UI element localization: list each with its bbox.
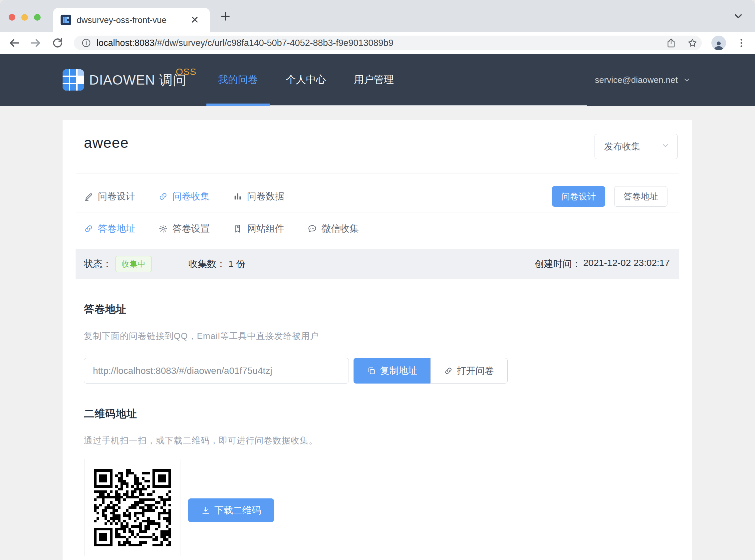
nav-item-user-management[interactable]: 用户管理 [342,54,406,105]
forward-button[interactable] [28,35,43,51]
survey-title: aweee [84,135,129,151]
nav-item-personal-center[interactable]: 个人中心 [274,54,338,105]
count-value: 1 份 [228,258,245,271]
chevron-down-icon [682,76,691,84]
link-icon [84,224,93,233]
publish-select[interactable]: 发布收集 [595,134,678,159]
divider [76,212,679,213]
page-info-icon[interactable] [81,38,91,49]
subtab-answer-settings[interactable]: 答卷设置 [159,222,210,235]
collect-subtabs: 答卷地址 答卷设置 网站组件 微信收集 [84,215,359,242]
chat-bubble-icon [308,224,317,233]
new-tab-button[interactable] [219,10,232,24]
address-bar[interactable]: localhost:8083/#/dw/survey/c/url/c98fa14… [74,36,702,50]
link-button-group: 复制地址 打开问卷 [353,358,508,383]
design-button[interactable]: 问卷设计 [552,186,605,207]
survey-link-input[interactable] [84,358,349,383]
tag-icon [233,224,242,233]
share-icon[interactable] [666,38,676,49]
gear-icon [159,224,168,233]
url-path: /#/dw/survey/c/url/c98fa140-50b7-4052-88… [155,38,393,48]
subtab-site-widget[interactable]: 网站组件 [233,222,284,235]
brand-name: DIAOWEN 调问 [89,54,186,106]
account-menu[interactable]: service@diaowen.net [595,54,691,106]
status-bar: 状态： 收集中 收集数： 1 份 创建时间： 2021-12-02 23:02:… [76,249,679,279]
tab-title: dwsurvey-oss-front-vue [77,8,166,32]
count-label: 收集数： [188,258,226,271]
browser-tab-strip: dwsurvey-oss-front-vue [0,0,755,32]
qr-code-image [94,469,171,546]
nav-item-my-surveys[interactable]: 我的问卷 [206,54,270,105]
subtab-answer-url[interactable]: 答卷地址 [84,222,135,235]
url-host: localhost:8083 [97,38,155,48]
chevron-down-icon [661,141,670,153]
pencil-icon [84,192,93,201]
answer-url-heading: 答卷地址 [84,302,126,316]
qrcode-heading: 二维码地址 [84,407,137,421]
qr-code [84,459,180,556]
profile-avatar[interactable] [711,36,726,50]
reload-button[interactable] [50,35,65,51]
close-window-button[interactable] [9,14,15,21]
answer-url-button[interactable]: 答卷地址 [614,186,668,207]
url-text: localhost:8083/#/dw/survey/c/url/c98fa14… [97,36,393,50]
browser-window: dwsurvey-oss-front-vue localhost: [0,0,755,560]
answer-url-description: 复制下面的问卷链接到QQ，Email等工具中直接发给被用户 [84,330,319,342]
copy-link-button[interactable]: 复制地址 [353,358,430,383]
created-value: 2021-12-02 23:02:17 [583,258,670,271]
minimize-window-button[interactable] [21,14,28,21]
bar-chart-icon [233,192,242,201]
app-header: DIAOWEN 调问 OSS 我的问卷 个人中心 用户管理 service@di… [0,54,755,106]
status-label: 状态： [84,258,112,271]
bookmark-star-icon[interactable] [687,38,698,49]
created-label: 创建时间： [535,258,581,271]
divider [76,173,679,174]
qrcode-description: 通过手机扫一扫，或下载二维码，即可进行问卷数据收集。 [84,435,318,446]
browser-tab[interactable]: dwsurvey-oss-front-vue [53,8,210,32]
maximize-window-button[interactable] [34,14,41,21]
brand-edition: OSS [176,66,197,77]
survey-card: aweee 发布收集 问卷设计 问卷收集 问卷数据 问卷设计 [63,120,692,560]
browser-toolbar: localhost:8083/#/dw/survey/c/url/c98fa14… [0,32,755,54]
browser-menu-icon[interactable] [734,35,749,51]
back-button[interactable] [7,35,22,51]
site-favicon-icon [61,15,71,25]
copy-icon [367,366,376,376]
subtab-wechat-collect[interactable]: 微信收集 [308,222,359,235]
download-qr-button[interactable]: 下载二维码 [188,498,274,522]
status-badge: 收集中 [115,256,152,272]
download-icon [201,506,210,515]
main-nav: 我的问卷 个人中心 用户管理 [206,54,587,106]
tab-survey-data[interactable]: 问卷数据 [233,190,284,203]
tab-survey-design[interactable]: 问卷设计 [84,190,135,203]
tab-strip-chevron-icon[interactable] [732,9,745,24]
brand-logo-icon [63,69,84,91]
survey-tabs: 问卷设计 问卷收集 问卷数据 [84,183,284,210]
account-email: service@diaowen.net [595,75,678,85]
tab-survey-collect[interactable]: 问卷收集 [159,190,210,203]
tab-close-icon[interactable] [189,14,200,27]
link-icon [444,366,453,375]
publish-select-value: 发布收集 [604,140,640,153]
survey-actions: 问卷设计 答卷地址 [552,183,668,210]
open-survey-button[interactable]: 打开问卷 [430,358,508,383]
link-icon [159,192,168,201]
